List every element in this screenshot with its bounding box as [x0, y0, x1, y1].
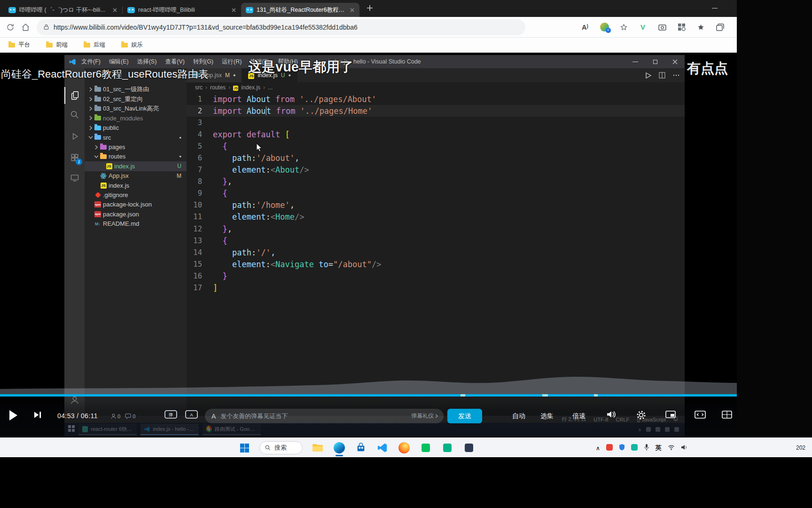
app-teal-taskbar-icon[interactable] — [441, 441, 454, 455]
browser-tab[interactable]: 131_尚硅谷_ReactRouter6教程_u... — [241, 3, 359, 17]
tab-close-icon[interactable] — [230, 6, 237, 14]
tab-close-icon[interactable] — [348, 6, 356, 14]
code-token — [213, 165, 232, 175]
danmaku-input[interactable] — [220, 413, 406, 420]
bookmark-item[interactable]: 后端 — [84, 41, 105, 49]
send-button[interactable]: 发送 — [447, 409, 482, 423]
code-token: path — [232, 248, 251, 257]
explorer-item: .gitignore — [85, 190, 187, 199]
heat-graph — [0, 373, 737, 394]
player-stats: 0 0 — [111, 413, 135, 419]
chevron-right-icon — [435, 414, 438, 418]
bookmark-item[interactable]: 前端 — [46, 41, 68, 49]
address-bar[interactable] — [37, 19, 525, 35]
refresh-button[interactable] — [3, 20, 18, 35]
code-line: 7 element:<About/> — [187, 164, 685, 176]
file-explorer-taskbar-icon[interactable] — [311, 441, 324, 455]
code-token: } — [222, 224, 227, 234]
search-icon — [265, 444, 271, 451]
bookmark-item[interactable]: 平台 — [8, 41, 30, 49]
vscode-editor: App.jsxM●JSindex.jsU● src›routes›JSindex… — [187, 68, 685, 416]
danmaku-etiquette-link[interactable]: 弹幕礼仪 — [411, 412, 438, 420]
vue-devtools-icon[interactable]: V — [638, 22, 648, 32]
file-name: index.js — [114, 163, 135, 170]
code-token: /> — [372, 260, 381, 269]
danmaku-settings-button[interactable]: A — [185, 410, 198, 421]
firefox-taskbar-icon[interactable] — [398, 441, 411, 455]
browser-tab[interactable]: react-哔哩哔哩_Bilibili — [123, 3, 241, 17]
extensions-icon[interactable] — [677, 22, 686, 32]
bookmark-item[interactable]: 娱乐 — [121, 41, 143, 49]
episodes-button[interactable]: 选集 — [540, 412, 554, 421]
js-file-icon: JS — [105, 163, 113, 169]
speed-button[interactable]: 倍速 — [572, 412, 586, 421]
volume-tray-icon[interactable] — [681, 444, 687, 452]
code-token: '/home' — [256, 200, 290, 210]
file-name: routes — [109, 153, 125, 160]
fullscreen-button[interactable] — [722, 411, 732, 419]
code-token: { — [222, 236, 227, 246]
danmaku-font-icon[interactable]: A — [211, 413, 216, 420]
code-line: 15 element:<Navigate to="/about"/> — [187, 258, 685, 270]
new-tab-button[interactable] — [364, 2, 375, 14]
taskbar-search[interactable]: 搜索 — [259, 441, 303, 454]
line-number: 11 — [187, 213, 213, 221]
read-aloud-icon[interactable]: A) — [580, 22, 590, 32]
modified-dot-badge: ● — [179, 135, 181, 140]
quality-button[interactable]: 自动 — [512, 412, 525, 421]
browser-tab[interactable]: 哔哩哔哩 (゜-゜)つロ 干杯~-bili... — [4, 3, 122, 17]
favorites-bar-icon[interactable] — [696, 22, 705, 32]
code-token: '../pages/Home' — [300, 106, 373, 116]
url-input[interactable] — [54, 24, 519, 31]
store-taskbar-icon[interactable] — [354, 441, 367, 455]
remote-explorer-icon — [64, 169, 85, 186]
favorites-icon[interactable] — [619, 22, 628, 32]
app-dark-taskbar-icon[interactable] — [462, 441, 476, 455]
taskbar-clock[interactable]: 202 — [796, 438, 812, 458]
player-settings-button[interactable] — [636, 410, 646, 420]
window-minimize-button[interactable] — [708, 3, 722, 13]
volume-button[interactable] — [606, 410, 617, 419]
js-file-icon: JS — [99, 183, 108, 189]
danmaku-settings-icon: A — [185, 410, 198, 421]
audio-tray-icon[interactable] — [631, 444, 638, 452]
video-player[interactable]: 文件(F)编辑(E)选择(S)查看(V)转到(G)运行(R)终端(T)帮助(H)… — [0, 53, 737, 437]
code-token: About — [275, 165, 299, 175]
play-button[interactable] — [8, 409, 19, 421]
edge-taskbar-icon[interactable] — [333, 441, 346, 455]
code-token: t — [266, 106, 271, 116]
profile-icon[interactable]: + — [600, 22, 609, 32]
svg-text:弹: 弹 — [169, 413, 173, 417]
player-controls: 04:53 / 06:11 0 0 弹 A — [0, 397, 737, 437]
network-tray-icon[interactable] — [668, 444, 675, 452]
ime-indicator[interactable]: 英 — [656, 444, 662, 452]
chevron-icon — [87, 126, 94, 130]
app-green-taskbar-icon[interactable] — [419, 441, 432, 455]
widescreen-button[interactable] — [695, 411, 706, 419]
code-token: import — [213, 95, 247, 104]
code-line: 8 }, — [187, 176, 685, 188]
tab-title: 131_尚硅谷_ReactRouter6教程_u... — [257, 6, 345, 14]
line-number: 9 — [187, 189, 213, 198]
next-button[interactable] — [34, 411, 42, 419]
home-button[interactable] — [18, 20, 33, 35]
screenshot-icon[interactable] — [657, 22, 667, 32]
danmaku-toggle-button[interactable]: 弹 — [164, 410, 177, 421]
app-red-tray-icon[interactable] — [606, 444, 613, 452]
code-line: 13 { — [187, 235, 685, 246]
security-shield-tray-icon[interactable] — [619, 444, 625, 452]
vscode-taskbar-icon[interactable] — [376, 441, 389, 455]
collections-icon[interactable] — [715, 22, 725, 32]
search-icon — [64, 106, 85, 123]
tab-close-icon[interactable] — [111, 6, 118, 14]
browser-window: 哔哩哔哩 (゜-゜)つロ 干杯~-bili...react-哔哩哔哩_Bilib… — [0, 0, 737, 437]
file-name: node_modules — [103, 115, 143, 122]
code-token: , — [290, 200, 295, 210]
hidden-icons-tray-icon[interactable]: ∧ — [596, 444, 600, 452]
microphone-tray-icon[interactable] — [644, 444, 649, 452]
code-token: : — [266, 165, 271, 175]
start-button[interactable] — [238, 441, 251, 455]
chevron-up-icon: ∧ — [596, 445, 600, 452]
breadcrumb-item: ... — [268, 84, 273, 91]
pip-button[interactable] — [665, 411, 676, 418]
